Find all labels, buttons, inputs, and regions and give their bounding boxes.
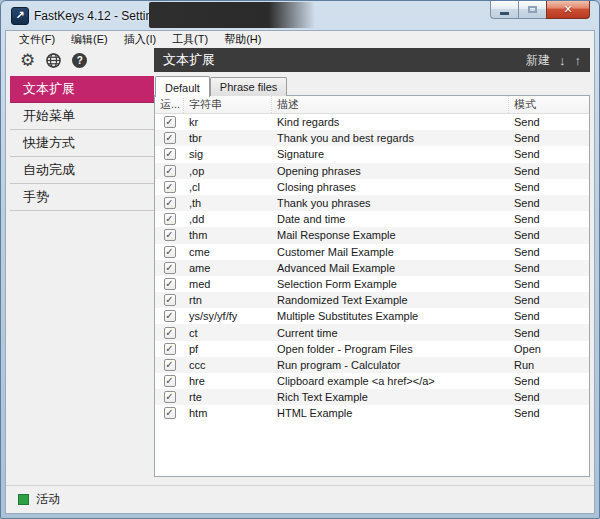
menu-tools[interactable]: 工具(T) <box>164 31 216 48</box>
expansion-table: 运... 字符串 描述 模式 ✓krKind regardsSend✓tbrTh… <box>154 95 590 477</box>
table-row[interactable]: ✓,thThank you phrasesSend <box>155 195 589 211</box>
table-row[interactable]: ✓,ddDate and timeSend <box>155 211 589 227</box>
section-header: 文本扩展 新建 ↓ ↑ <box>154 48 590 72</box>
table-row[interactable]: ✓rtnRandomized Text ExampleSend <box>155 292 589 308</box>
row-mode: Open <box>509 343 589 355</box>
row-enabled-checkbox[interactable]: ✓ <box>164 197 176 209</box>
menu-insert[interactable]: 插入(I) <box>116 31 164 48</box>
status-label: 活动 <box>36 491 60 508</box>
table-row[interactable]: ✓htmHTML ExampleSend <box>155 405 589 421</box>
row-string: kr <box>184 116 272 128</box>
globe-icon[interactable] <box>46 53 61 68</box>
sidebar-item-start-menu[interactable]: 开始菜单 <box>10 103 154 130</box>
table-row[interactable]: ✓pfOpen folder - Program FilesOpen <box>155 341 589 357</box>
table-row[interactable]: ✓ameAdvanced Mail ExampleSend <box>155 260 589 276</box>
row-enabled-checkbox[interactable]: ✓ <box>164 407 176 419</box>
row-mode: Send <box>509 132 589 144</box>
menu-help[interactable]: 帮助(H) <box>216 31 269 48</box>
tab-phrase-files[interactable]: Phrase files <box>210 77 287 96</box>
row-enabled-checkbox[interactable]: ✓ <box>164 165 176 177</box>
row-string: ct <box>184 327 272 339</box>
row-enabled-checkbox[interactable]: ✓ <box>164 327 176 339</box>
row-mode: Send <box>509 229 589 241</box>
table-row[interactable]: ✓cmeCustomer Mail ExampleSend <box>155 244 589 260</box>
row-mode: Send <box>509 294 589 306</box>
row-enabled-checkbox[interactable]: ✓ <box>164 310 176 322</box>
row-enabled-checkbox[interactable]: ✓ <box>164 132 176 144</box>
table-row[interactable]: ✓ctCurrent timeSend <box>155 324 589 340</box>
row-description: Randomized Text Example <box>272 294 509 306</box>
section-title: 文本扩展 <box>163 51 516 69</box>
row-mode: Send <box>509 213 589 225</box>
row-enabled-checkbox[interactable]: ✓ <box>164 359 176 371</box>
menu-edit[interactable]: 编辑(E) <box>63 31 116 48</box>
row-enabled-checkbox[interactable]: ✓ <box>164 294 176 306</box>
row-string: ,dd <box>184 213 272 225</box>
row-description: Rich Text Example <box>272 391 509 403</box>
column-header-run[interactable]: 运... <box>155 96 184 113</box>
row-string: hre <box>184 375 272 387</box>
column-header-mode[interactable]: 模式 <box>509 96 589 113</box>
row-enabled-checkbox[interactable]: ✓ <box>164 116 176 128</box>
sidebar-item-auto-complete[interactable]: 自动完成 <box>10 157 154 184</box>
row-enabled-checkbox[interactable]: ✓ <box>164 262 176 274</box>
sidebar-item-gestures[interactable]: 手势 <box>10 184 154 211</box>
row-description: Current time <box>272 327 509 339</box>
row-enabled-checkbox[interactable]: ✓ <box>164 278 176 290</box>
table-row[interactable]: ✓tbrThank you and best regardsSend <box>155 130 589 146</box>
row-enabled-checkbox[interactable]: ✓ <box>164 343 176 355</box>
row-enabled-checkbox[interactable]: ✓ <box>164 391 176 403</box>
minimize-icon <box>500 12 509 15</box>
row-enabled-checkbox[interactable]: ✓ <box>164 229 176 241</box>
minimize-button[interactable] <box>490 1 518 19</box>
row-mode: Send <box>509 148 589 160</box>
active-status-icon <box>18 494 29 505</box>
table-row[interactable]: ✓ys/sy/yf/fyMultiple Substitutes Example… <box>155 308 589 324</box>
table-row[interactable]: ✓krKind regardsSend <box>155 114 589 130</box>
move-down-icon[interactable]: ↓ <box>559 53 566 68</box>
row-mode: Send <box>509 407 589 419</box>
new-button[interactable]: 新建 <box>526 52 550 69</box>
sidebar-item-shortcuts[interactable]: 快捷方式 <box>10 130 154 157</box>
row-enabled-checkbox[interactable]: ✓ <box>164 375 176 387</box>
table-row[interactable]: ✓cccRun program - CalculatorRun <box>155 357 589 373</box>
row-description: Open folder - Program Files <box>272 343 509 355</box>
column-header-string[interactable]: 字符串 <box>184 96 272 113</box>
table-row[interactable]: ✓sigSignatureSend <box>155 146 589 162</box>
table-row[interactable]: ✓rteRich Text ExampleSend <box>155 389 589 405</box>
move-up-icon[interactable]: ↑ <box>575 53 582 68</box>
row-string: thm <box>184 229 272 241</box>
row-mode: Send <box>509 197 589 209</box>
help-icon[interactable]: ? <box>72 53 87 68</box>
row-description: Thank you and best regards <box>272 132 509 144</box>
title-bar[interactable]: ↗ FastKeys 4.12 - Settings.fdb ✕ <box>1 1 599 30</box>
sidebar-item-text-expansion[interactable]: 文本扩展 <box>10 76 154 103</box>
row-mode: Send <box>509 246 589 258</box>
row-enabled-checkbox[interactable]: ✓ <box>164 246 176 258</box>
tab-default[interactable]: Default <box>155 76 210 97</box>
row-enabled-checkbox[interactable]: ✓ <box>164 148 176 160</box>
sidebar: 文本扩展 开始菜单 快捷方式 自动完成 手势 <box>10 76 154 211</box>
row-enabled-checkbox[interactable]: ✓ <box>164 213 176 225</box>
table-row[interactable]: ✓thmMail Response ExampleSend <box>155 227 589 243</box>
row-mode: Send <box>509 391 589 403</box>
row-enabled-checkbox[interactable]: ✓ <box>164 181 176 193</box>
column-header-description[interactable]: 描述 <box>272 96 509 113</box>
settings-gear-icon[interactable]: ⚙ <box>20 52 35 69</box>
row-string: tbr <box>184 132 272 144</box>
client-area: 文件(F) 编辑(E) 插入(I) 工具(T) 帮助(H) ⚙ ? 文本扩展 新… <box>5 30 595 514</box>
table-row[interactable]: ✓medSelection Form ExampleSend <box>155 276 589 292</box>
menu-file[interactable]: 文件(F) <box>11 31 63 48</box>
maximize-button[interactable] <box>518 1 546 19</box>
row-mode: Send <box>509 116 589 128</box>
close-button[interactable]: ✕ <box>546 1 590 19</box>
row-mode: Send <box>509 375 589 387</box>
table-row[interactable]: ✓hreClipboard example <a href></a>Send <box>155 373 589 389</box>
row-description: Opening phrases <box>272 165 509 177</box>
table-row[interactable]: ✓,opOpening phrasesSend <box>155 163 589 179</box>
row-description: Multiple Substitutes Example <box>272 310 509 322</box>
row-string: ,op <box>184 165 272 177</box>
row-string: sig <box>184 148 272 160</box>
row-description: Kind regards <box>272 116 509 128</box>
table-row[interactable]: ✓,clClosing phrasesSend <box>155 179 589 195</box>
